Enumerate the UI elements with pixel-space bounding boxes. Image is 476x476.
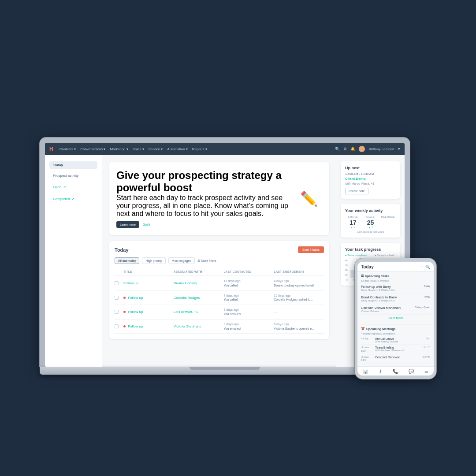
weekly-activity-card: Your weekly activity EMAILS 17 4 CALLS 2… — [341, 204, 400, 238]
last-contacted-4: 3 days agoYou emailed — [224, 322, 274, 331]
priority-dot — [123, 297, 126, 299]
emails-value: 17 — [345, 219, 361, 226]
priority-dot — [123, 311, 126, 313]
got-it-button[interactable]: Got it — [143, 221, 150, 228]
filter-high-priority[interactable]: High priority — [142, 257, 165, 264]
emails-change: 4 — [345, 226, 361, 229]
table-row: Follow up Victoria Stephens 3 days agoYo… — [115, 320, 324, 334]
create-note-button[interactable]: Create note — [345, 188, 368, 194]
task-meta-phone-1: Barry Nugent +5 Widgets Co. — [361, 289, 430, 291]
progress-labels: ● Tasks completed ● Today's sched... — [345, 254, 396, 257]
assoc-name-2[interactable]: Cordelia Hodges — [174, 296, 224, 300]
nav-automation[interactable]: Automation ▾ — [167, 147, 187, 151]
phone-task-item: Today Email Contracts to Barry Barry Nug… — [361, 294, 430, 304]
task-title-phone-2[interactable]: Email Contracts to Barry — [361, 295, 430, 299]
nav-service[interactable]: Service ▾ — [149, 147, 163, 151]
meeting-name-2[interactable]: Team Briefing — [375, 346, 422, 349]
filter-most-engaged[interactable]: Most engaged — [168, 257, 195, 264]
task-meta-phone-2: Barry Nugent +5 Widgets Co. — [361, 299, 430, 302]
table-row: Follow up Lois Brewer, +1 3 days agoYou … — [115, 305, 324, 320]
notifications-icon[interactable]: 🔔 — [350, 147, 355, 151]
filter-all-due[interactable]: All due today — [115, 257, 139, 264]
meetings-col: MEETINGS — [380, 216, 396, 229]
tasks-subtitle: 12 due today, 3 overdue — [361, 279, 430, 282]
task-title-2[interactable]: Follow up — [123, 296, 174, 300]
task-title-4[interactable]: Follow up — [123, 324, 174, 328]
col-last-engagement: LAST ENGAGEMENT — [274, 270, 324, 273]
meeting-time-2: Update 1:10 — [361, 346, 373, 352]
phone-search-icon[interactable]: 🔍 — [425, 265, 430, 269]
mobile-phone: Today + 🔍 ☰ Upcoming Tasks 12 due today,… — [355, 258, 436, 379]
last-contacted-2: 7 days agoYou called — [224, 294, 274, 302]
learn-more-button[interactable]: Learn more — [116, 221, 139, 228]
nav-contacts[interactable]: Contacts ▾ — [60, 147, 76, 151]
phone-nav-chat[interactable]: 💬 — [409, 369, 414, 374]
meeting-with: with Marco Vierra, +1 — [345, 182, 396, 185]
meeting-name-1[interactable]: Annual Leave — [375, 337, 424, 340]
content-area: Give your prospecting strategy a powerfu… — [102, 155, 336, 367]
phone-nav-dashboard[interactable]: 📊 — [363, 369, 368, 374]
up-next-time: 10:00 AM - 10:30 AM — [345, 172, 396, 175]
phone-nav-menu[interactable]: ☰ — [424, 369, 428, 374]
emails-col: EMAILS 17 4 — [345, 216, 361, 229]
banner-heading: Give your prospecting strategy a powerfu… — [116, 169, 296, 194]
up-next-title: Up next — [345, 166, 396, 170]
meeting-badge-3: 4:2 PM — [423, 356, 430, 358]
nav-sales[interactable]: Sales ▾ — [133, 147, 144, 151]
phone-topbar: Today + 🔍 — [357, 262, 434, 271]
more-filters[interactable]: ☰ More filters — [197, 257, 216, 264]
last-engagement-3: - - — [274, 310, 324, 314]
meeting-name[interactable]: Client Demo — [345, 177, 396, 181]
task-badge-2: Today — [424, 295, 430, 298]
assoc-name-4[interactable]: Victoria Stephens — [174, 324, 224, 328]
main-layout: Today Prospect activity Open ↗ Completed… — [45, 155, 405, 367]
phone-task-item: Today Follow up with Barry Barry Nugent … — [361, 283, 430, 294]
start-tasks-button[interactable]: Start 9 tasks — [298, 246, 324, 253]
phone-meetings-section: 📅 Upcoming Meetings 4 remaining today sc… — [357, 324, 434, 366]
nav-marketing[interactable]: Marketing ▾ — [110, 147, 128, 151]
last-engagement-1: 4 days agoDuane Lindsay opened email — [274, 279, 324, 288]
row-checkbox-3[interactable] — [115, 310, 119, 314]
search-icon[interactable]: 🔍 — [335, 147, 340, 151]
meeting-name-3[interactable]: Contract Renewal — [375, 356, 421, 359]
user-avatar[interactable] — [359, 146, 365, 152]
emails-label: EMAILS — [345, 216, 361, 218]
sidebar-prospect-activity[interactable]: Prospect activity — [49, 172, 97, 179]
completed-external-icon: ↗ — [71, 197, 74, 201]
laptop-notch — [190, 367, 260, 370]
row-checkbox-1[interactable] — [115, 281, 119, 285]
meetings-label: MEETINGS — [380, 216, 396, 218]
meeting-info-1: Annual Leave With Antony Robert — [375, 337, 424, 343]
task-title-1[interactable]: Follow up — [123, 281, 174, 285]
nav-conversations[interactable]: Conversations ▾ — [80, 147, 105, 151]
sidebar-open-link[interactable]: Open ↗ — [49, 183, 97, 191]
table-row: Follow up Duane Lindsay 11 days agoYou c… — [115, 276, 324, 291]
banner-text-block: Give your prospecting strategy a powerfu… — [116, 169, 296, 228]
settings-icon[interactable]: ⚙ — [343, 147, 347, 151]
sidebar-today-item[interactable]: Today — [49, 161, 97, 169]
calls-col: CALLS 25 7 — [363, 216, 379, 229]
task-title-phone-1[interactable]: Follow up with Barry — [361, 285, 430, 289]
phone-nav-download[interactable]: ⬇ — [379, 369, 382, 374]
top-navigation: H Contacts ▾ Conversations ▾ Marketing ▾… — [45, 143, 405, 155]
priority-dot — [123, 325, 126, 327]
task-progress-title: Your task progress — [345, 247, 396, 252]
calls-change: 7 — [363, 226, 379, 229]
phone-add-icon[interactable]: + — [421, 265, 423, 269]
assoc-name-3[interactable]: Lois Brewer, +1 — [174, 310, 224, 314]
meeting-badge-2: 3:1:10 — [424, 346, 430, 349]
task-title-3[interactable]: Follow up — [123, 310, 174, 314]
sidebar-completed-link[interactable]: Completed ↗ — [49, 195, 97, 203]
phone-header-icons: + 🔍 — [421, 265, 430, 269]
meeting-info-2: Team Briefing With Michael Graeme +3 — [375, 346, 422, 352]
go-to-tasks-link[interactable]: Go to tasks — [361, 315, 430, 321]
filter-tabs: All due today High priority Most engaged… — [115, 257, 324, 264]
nav-reports[interactable]: Reports ▾ — [192, 147, 207, 151]
activity-grid: EMAILS 17 4 CALLS 25 7 M — [345, 216, 396, 229]
profile-dropdown-icon[interactable]: ▾ — [398, 147, 400, 151]
row-checkbox-2[interactable] — [115, 296, 119, 300]
row-checkbox-4[interactable] — [115, 324, 119, 328]
phone-nav-calls[interactable]: 📞 — [393, 369, 398, 374]
task-badge-1: Today — [424, 285, 430, 287]
assoc-name-1[interactable]: Duane Lindsay — [174, 281, 224, 285]
